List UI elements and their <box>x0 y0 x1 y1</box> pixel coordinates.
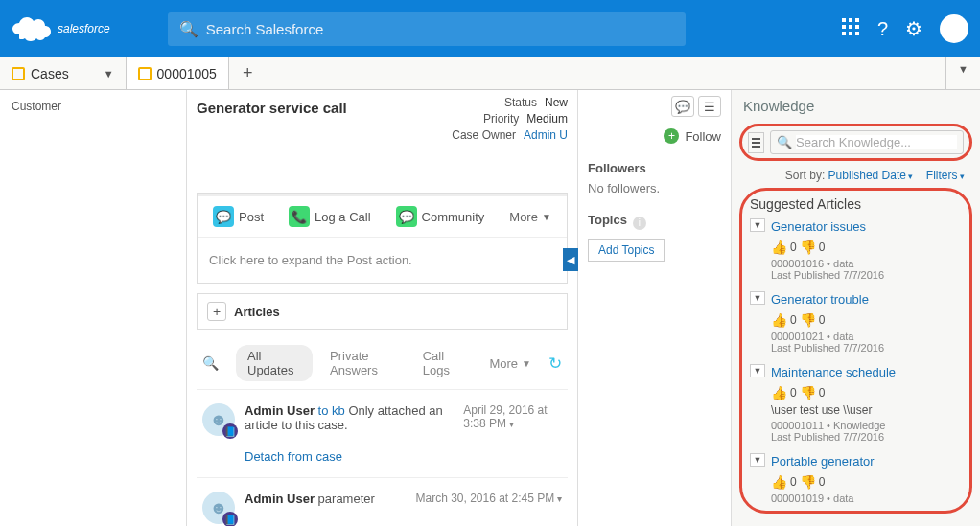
svg-rect-2 <box>855 18 859 22</box>
avatar: ☻📘 <box>202 492 235 524</box>
tab-overflow[interactable]: ▼ <box>945 57 980 89</box>
global-header: salesforce 🔍 ? ⚙ ☻ <box>0 0 980 57</box>
chevron-down-icon: ▼ <box>522 358 531 369</box>
knowledge-article: ▼ Maintenance schedule 👍0👎0 \user test u… <box>750 361 962 450</box>
svg-rect-3 <box>842 25 846 29</box>
global-search[interactable]: 🔍 <box>168 12 686 46</box>
customer-label: Customer <box>12 100 175 113</box>
knowledge-article: ▼ Generator trouble 👍0👎0 000001021 • dat… <box>750 288 962 361</box>
article-menu[interactable]: ▼ <box>750 453 765 467</box>
left-panel: Customer <box>0 90 187 526</box>
svg-rect-1 <box>849 18 852 22</box>
refresh-icon[interactable]: ↻ <box>548 354 562 374</box>
case-owner-link[interactable]: Admin U <box>524 128 568 142</box>
feed-time[interactable]: April 29, 2016 at 3:38 PM <box>463 403 562 432</box>
filter-more[interactable]: More▼ <box>489 356 531 371</box>
publisher-community-tab[interactable]: 💬Community <box>386 200 495 233</box>
add-article-button[interactable]: + <box>207 302 226 321</box>
workspace-tabs: Cases ▼ 00001005 + ▼ <box>0 57 980 90</box>
thumbs-up-icon[interactable]: 👍 <box>771 474 787 490</box>
svg-rect-0 <box>842 18 846 22</box>
compact-feed-icon[interactable]: 💬 <box>671 96 694 117</box>
case-icon <box>12 67 25 80</box>
knowledge-search-row: 🔍 <box>739 124 972 161</box>
svg-rect-7 <box>849 32 852 35</box>
thumbs-up-icon[interactable]: 👍 <box>771 240 787 255</box>
thumbs-down-icon[interactable]: 👎 <box>800 385 816 400</box>
knowledge-menu-icon[interactable] <box>748 132 764 153</box>
filter-all-updates[interactable]: All Updates <box>236 345 313 381</box>
svg-rect-4 <box>849 25 852 29</box>
suggested-articles: Suggested Articles ▼ Generator issues 👍0… <box>739 188 972 514</box>
info-icon[interactable]: i <box>633 217 646 230</box>
publisher-expand-hint[interactable]: Click here to expand the Post action. <box>198 237 567 283</box>
kb-badge-icon: 📘 <box>222 512 238 526</box>
feed-item: ☻📘 Admin User to kb Only attached an art… <box>197 390 568 478</box>
search-icon: 🔍 <box>179 20 198 38</box>
article-menu[interactable]: ▼ <box>750 218 765 232</box>
filters-dropdown[interactable]: Filters <box>926 169 965 182</box>
publisher-post-tab[interactable]: 💬Post <box>203 200 273 233</box>
feed-filters: 🔍 All Updates Private Answers Call Logs … <box>197 337 568 390</box>
feed-search-icon[interactable]: 🔍 <box>202 355 219 371</box>
center-panel: Generator service call StatusNew Priorit… <box>187 90 577 526</box>
article-link[interactable]: Generator trouble <box>771 292 869 307</box>
follow-button[interactable]: + Follow <box>588 128 721 144</box>
tab-case-record[interactable]: 00001005 <box>127 57 229 89</box>
followers-panel: ◀ 💬 ☰ + Follow Followers No followers. T… <box>577 90 731 526</box>
search-icon: 🔍 <box>777 135 792 149</box>
knowledge-search[interactable]: 🔍 <box>770 130 964 154</box>
case-icon <box>138 67 152 80</box>
post-icon: 💬 <box>213 206 234 227</box>
avatar: ☻📘 <box>202 403 235 436</box>
case-title: Generator service call <box>197 100 347 137</box>
thumbs-down-icon[interactable]: 👎 <box>800 474 816 490</box>
sort-by-dropdown[interactable]: Published Date <box>828 169 914 182</box>
feed-item: ☻📘 Admin User parameter March 30, 2016 a… <box>197 478 568 526</box>
article-menu[interactable]: ▼ <box>750 291 765 305</box>
header-actions: ? ⚙ ☻ <box>841 14 968 43</box>
chevron-down-icon: ▼ <box>542 212 551 222</box>
user-avatar[interactable]: ☻ <box>940 14 968 43</box>
app-launcher-icon[interactable] <box>841 17 860 41</box>
feed-publisher: 💬Post 📞Log a Call 💬Community More▼ Click… <box>197 193 568 284</box>
kb-badge-icon: 📘 <box>222 423 238 439</box>
knowledge-article: ▼ Portable generator 👍0👎0 000001019 • da… <box>750 450 962 512</box>
svg-rect-6 <box>842 32 846 35</box>
articles-widget[interactable]: + Articles <box>197 293 568 330</box>
plus-icon: + <box>664 128 679 144</box>
publisher-more[interactable]: More▼ <box>500 204 561 230</box>
filter-call-logs[interactable]: Call Logs <box>423 349 467 377</box>
chevron-down-icon[interactable]: ▼ <box>104 68 114 80</box>
thumbs-down-icon[interactable]: 👎 <box>800 312 816 328</box>
salesforce-logo: salesforce <box>12 15 110 42</box>
knowledge-sort: Sort by: Published Date Filters <box>732 163 980 188</box>
filter-private[interactable]: Private Answers <box>330 349 406 377</box>
panel-collapse-handle[interactable]: ◀ <box>563 248 578 271</box>
list-view-icon[interactable]: ☰ <box>698 96 721 117</box>
thumbs-down-icon[interactable]: 👎 <box>800 240 816 255</box>
article-link[interactable]: Generator issues <box>771 219 866 234</box>
knowledge-search-input[interactable] <box>796 135 957 149</box>
svg-rect-5 <box>855 25 859 29</box>
publisher-log-tab[interactable]: 📞Log a Call <box>279 200 381 233</box>
phone-icon: 📞 <box>289 206 310 227</box>
setup-gear-icon[interactable]: ⚙ <box>905 17 922 40</box>
community-icon: 💬 <box>396 206 417 227</box>
help-icon[interactable]: ? <box>877 18 888 40</box>
article-menu[interactable]: ▼ <box>750 364 765 377</box>
svg-rect-8 <box>855 32 859 35</box>
feed-time[interactable]: March 30, 2016 at 2:45 PM <box>415 492 562 506</box>
thumbs-up-icon[interactable]: 👍 <box>771 385 787 400</box>
article-link[interactable]: Maintenance schedule <box>771 365 896 379</box>
add-topics-button[interactable]: Add Topics <box>588 239 665 262</box>
article-link[interactable]: Portable generator <box>771 454 875 469</box>
knowledge-article: ▼ Generator issues 👍0👎0 000001016 • data… <box>750 216 962 288</box>
detach-link[interactable]: Detach from case <box>245 449 342 464</box>
add-tab-button[interactable]: + <box>229 57 267 89</box>
knowledge-panel: Knowledge 🔍 Sort by: Published Date Filt… <box>731 90 980 526</box>
tab-cases[interactable]: Cases ▼ <box>0 57 127 89</box>
thumbs-up-icon[interactable]: 👍 <box>771 312 787 328</box>
global-search-input[interactable] <box>206 21 674 37</box>
